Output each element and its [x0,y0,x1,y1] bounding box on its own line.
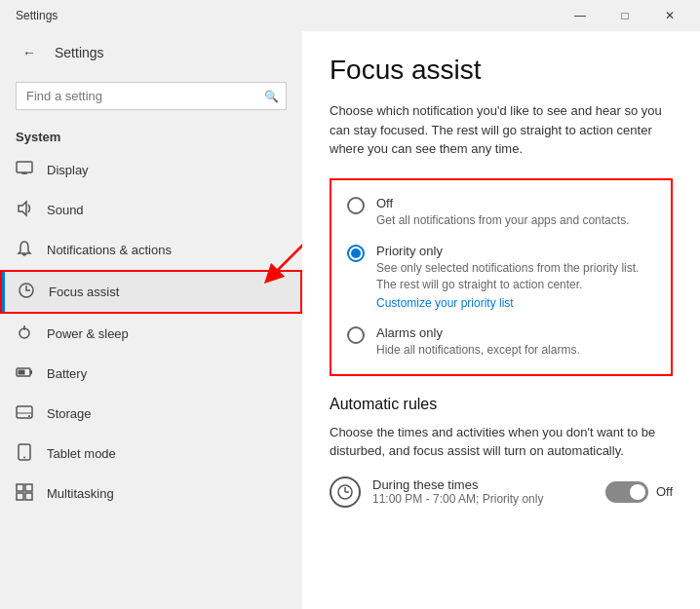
svg-rect-16 [17,484,23,491]
titlebar-controls: — □ ✕ [558,0,692,31]
sidebar-item-sound[interactable]: Sound [0,190,302,230]
focus-assist-icon [18,282,35,302]
search-box[interactable]: 🔍 [16,82,287,110]
options-box: Off Get all notifications from your apps… [330,178,673,376]
sidebar-item-label-power: Power & sleep [47,326,129,341]
notifications-icon [16,240,33,260]
content-area: Focus assist Choose which notification y… [302,31,700,609]
sidebar-item-label-sound: Sound [47,203,84,217]
sidebar-title: Settings [55,45,104,60]
svg-point-13 [28,415,30,417]
back-button[interactable]: ← [16,39,43,66]
rule-text: During these times 11:00 PM - 7:00 AM; P… [372,477,594,506]
sidebar: ← Settings 🔍 System Display [0,31,302,609]
option-priority-desc: See only selected notifications from the… [376,260,655,293]
svg-marker-3 [19,202,26,215]
option-priority-text: Priority only See only selected notifica… [376,244,655,310]
option-priority[interactable]: Priority only See only selected notifica… [347,244,655,310]
rule-sublabel: 11:00 PM - 7:00 AM; Priority only [372,492,594,506]
sidebar-item-tablet[interactable]: Tablet mode [0,434,302,474]
option-alarms-desc: Hide all notifications, except for alarm… [376,342,655,359]
close-button[interactable]: ✕ [647,0,692,31]
rule-item: During these times 11:00 PM - 7:00 AM; P… [330,476,673,508]
sidebar-item-battery[interactable]: Battery [0,354,302,394]
sidebar-nav-area: Display Sound [0,150,302,514]
svg-rect-19 [25,493,32,500]
option-off[interactable]: Off Get all notifications from your apps… [347,196,655,229]
svg-rect-17 [25,484,32,491]
sidebar-item-label-multitasking: Multitasking [47,486,114,501]
toggle-label: Off [656,484,673,499]
option-off-label: Off [376,196,655,210]
app-body: ← Settings 🔍 System Display [0,31,700,609]
system-label: System [0,118,302,150]
sidebar-item-notifications[interactable]: Notifications & actions [0,230,302,270]
auto-rules-title: Automatic rules [330,396,673,413]
page-title: Focus assist [330,55,673,86]
description: Choose which notification you'd like to … [330,101,673,159]
minimize-button[interactable]: — [558,0,603,31]
titlebar-title: Settings [16,9,558,22]
multitasking-icon [16,483,33,504]
sidebar-item-label-tablet: Tablet mode [47,446,116,461]
radio-alarms[interactable] [347,326,365,344]
power-icon [16,324,33,344]
option-off-text: Off Get all notifications from your apps… [376,196,655,229]
sidebar-item-focus-assist[interactable]: Focus assist [0,270,302,314]
svg-rect-0 [17,162,32,172]
svg-rect-10 [19,370,25,375]
tablet-icon [16,443,33,464]
toggle-wrap: Off [605,481,673,503]
battery-icon [16,363,33,384]
storage-icon [16,403,33,424]
sidebar-item-label-notifications: Notifications & actions [47,243,172,257]
sidebar-item-power[interactable]: Power & sleep [0,314,302,354]
maximize-button[interactable]: □ [603,0,647,31]
svg-rect-9 [30,370,32,374]
customize-priority-link[interactable]: Customize your priority list [376,296,655,310]
sidebar-item-label-battery: Battery [47,366,87,381]
svg-rect-18 [17,493,23,500]
option-priority-label: Priority only [376,244,655,258]
sidebar-item-label-display: Display [47,163,89,177]
sidebar-header: ← Settings [0,31,302,74]
radio-off[interactable] [347,197,365,214]
search-icon: 🔍 [264,90,279,103]
option-alarms[interactable]: Alarms only Hide all notifications, exce… [347,325,655,359]
titlebar: Settings — □ ✕ [0,0,700,31]
option-alarms-label: Alarms only [376,325,655,340]
radio-priority[interactable] [347,245,365,262]
clock-icon [330,476,361,508]
sidebar-item-label-focus-assist: Focus assist [49,285,119,299]
rule-label: During these times [372,477,594,492]
sidebar-item-display[interactable]: Display [0,150,302,190]
sidebar-item-storage[interactable]: Storage [0,394,302,434]
search-input[interactable] [16,82,287,110]
sidebar-item-multitasking[interactable]: Multitasking [0,474,302,514]
option-alarms-text: Alarms only Hide all notifications, exce… [376,325,655,359]
toggle-switch[interactable] [605,481,648,503]
sound-icon [16,200,33,220]
option-off-desc: Get all notifications from your apps and… [376,212,655,229]
auto-rules-desc: Choose the times and activities when you… [330,423,673,461]
display-icon [16,160,33,180]
svg-point-15 [23,457,25,459]
sidebar-item-label-storage: Storage [47,406,92,421]
